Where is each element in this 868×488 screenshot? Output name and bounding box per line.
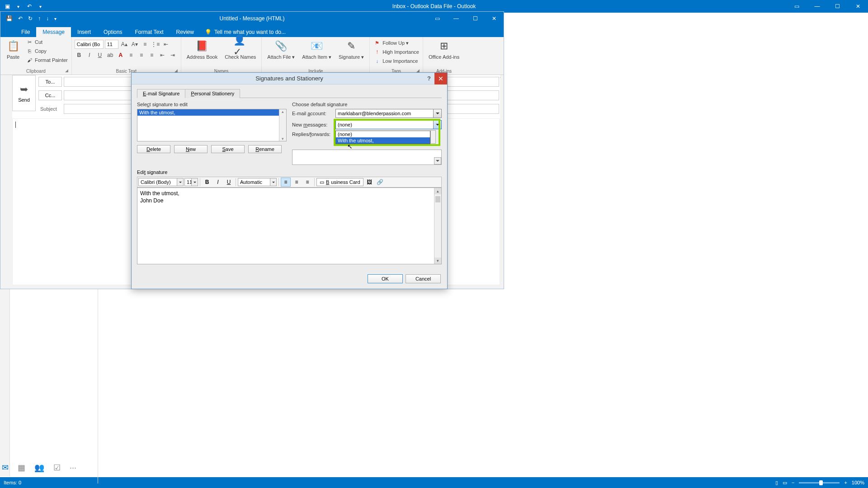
chevron-down-icon[interactable] bbox=[433, 121, 441, 129]
people-icon[interactable]: 👥 bbox=[34, 463, 44, 473]
more-icon[interactable]: ··· bbox=[70, 463, 76, 473]
msg-close-icon[interactable]: ✕ bbox=[485, 12, 504, 25]
chevron-down-icon[interactable] bbox=[191, 178, 198, 186]
font-color-icon[interactable]: A bbox=[116, 51, 125, 60]
insert-link-icon[interactable]: 🔗 bbox=[375, 178, 385, 187]
chevron-down-icon[interactable] bbox=[433, 109, 441, 117]
qat-customize-icon[interactable]: ▾ bbox=[17, 4, 19, 9]
ribbon-opts-icon[interactable]: ▭ bbox=[428, 12, 447, 25]
dropdown-option-signature[interactable]: With the utmost, bbox=[336, 137, 430, 144]
new-button[interactable]: New bbox=[174, 145, 208, 153]
bullets-icon[interactable]: ≡ bbox=[141, 40, 150, 49]
zoom-in-icon[interactable]: + bbox=[844, 480, 847, 485]
to-button[interactable]: To... bbox=[38, 77, 62, 87]
calendar-icon[interactable]: ▦ bbox=[18, 463, 25, 473]
align-right-icon[interactable]: ≡ bbox=[147, 51, 156, 60]
replies-combo-expanded[interactable] bbox=[292, 150, 442, 165]
signature-button[interactable]: ✎Signature ▾ bbox=[336, 38, 367, 61]
save-button[interactable]: Save bbox=[211, 145, 245, 153]
prev-icon[interactable]: ↑ bbox=[38, 15, 41, 22]
cc-button[interactable]: Cc... bbox=[38, 90, 62, 100]
redo-icon[interactable]: ↻ bbox=[28, 15, 33, 22]
dropdown-scrollbar[interactable] bbox=[430, 130, 436, 144]
italic-icon[interactable]: I bbox=[85, 51, 94, 60]
zoom-slider[interactable] bbox=[799, 482, 840, 483]
dialog-launcher-icon[interactable]: ◢ bbox=[65, 68, 71, 74]
tab-email-signature[interactable]: E-mail Signature bbox=[137, 89, 185, 98]
address-book-button[interactable]: 📕Address Book bbox=[184, 38, 220, 61]
edit-underline-icon[interactable]: U bbox=[224, 178, 234, 187]
outlook-minimize-icon[interactable]: — bbox=[807, 0, 827, 13]
edit-bold-icon[interactable]: B bbox=[202, 178, 212, 187]
numbering-icon[interactable]: ⋮≡ bbox=[151, 40, 160, 49]
align-center-icon[interactable]: ≡ bbox=[137, 51, 146, 60]
tab-insert[interactable]: Insert bbox=[71, 27, 97, 37]
save-icon[interactable]: 💾 bbox=[6, 15, 13, 22]
signature-list[interactable]: With the utmost, ▴▾ bbox=[137, 109, 287, 141]
editor-scrollbar[interactable]: ▴▾ bbox=[434, 188, 441, 264]
outlook-maximize-icon[interactable]: ☐ bbox=[827, 0, 848, 13]
highlight-icon[interactable]: ab bbox=[106, 51, 115, 60]
mail-icon[interactable]: ✉ bbox=[2, 463, 9, 473]
paste-button[interactable]: 📋Paste bbox=[3, 38, 23, 61]
zoom-out-icon[interactable]: − bbox=[792, 480, 794, 485]
underline-icon[interactable]: U bbox=[95, 51, 104, 60]
dialog-titlebar[interactable]: Signatures and Stationery ? ✕ bbox=[132, 73, 447, 84]
next-icon[interactable]: ↓ bbox=[46, 15, 49, 22]
edit-align-right-icon[interactable]: ≡ bbox=[302, 178, 312, 187]
indent-right-icon[interactable]: ⇥ bbox=[168, 51, 177, 60]
low-importance-button[interactable]: ↓Low Importance bbox=[373, 57, 420, 65]
format-painter-button[interactable]: 🖌Format Painter bbox=[25, 56, 69, 64]
cancel-button[interactable]: Cancel bbox=[406, 274, 441, 283]
attach-file-button[interactable]: 📎Attach File ▾ bbox=[264, 38, 297, 61]
chevron-down-icon[interactable] bbox=[270, 178, 276, 186]
outlook-close-icon[interactable]: ✕ bbox=[848, 0, 868, 13]
high-importance-button[interactable]: !High Importance bbox=[373, 48, 420, 56]
indent-left-icon[interactable]: ⇤ bbox=[158, 51, 167, 60]
grow-font-icon[interactable]: A▴ bbox=[120, 40, 129, 49]
send-button[interactable]: ➥ Send bbox=[12, 75, 36, 111]
cut-button[interactable]: ✂Cut bbox=[25, 38, 69, 46]
chevron-down-icon[interactable] bbox=[177, 178, 183, 186]
chevron-down-icon[interactable] bbox=[434, 157, 441, 164]
delete-button[interactable]: Delete bbox=[137, 145, 170, 153]
new-messages-combo[interactable]: (none) bbox=[335, 120, 442, 129]
view-normal-icon[interactable]: ▯ bbox=[775, 480, 778, 486]
tab-message[interactable]: Message bbox=[36, 27, 71, 37]
dropdown-option-none[interactable]: (none) bbox=[336, 131, 430, 137]
scrollbar[interactable]: ▴▾ bbox=[279, 109, 286, 141]
tab-file[interactable]: File bbox=[15, 27, 36, 37]
edit-font-combo[interactable]: Calibri (Body) bbox=[138, 178, 184, 186]
follow-up-button[interactable]: ⚑Follow Up ▾ bbox=[373, 39, 420, 47]
signature-editor[interactable]: With the utmost, John Doe ▴▾ bbox=[137, 188, 442, 264]
edit-align-center-icon[interactable]: ≡ bbox=[292, 178, 302, 187]
rename-button[interactable]: Rename bbox=[248, 145, 282, 153]
tab-personal-stationery[interactable]: Personal Stationery bbox=[185, 89, 240, 98]
edit-align-left-icon[interactable]: ≡ bbox=[281, 178, 291, 187]
signature-list-item[interactable]: With the utmost, bbox=[137, 109, 286, 116]
outdent-icon[interactable]: ⇤ bbox=[161, 40, 170, 49]
email-account-combo[interactable]: marklabarr@blenderpassion.com bbox=[335, 109, 442, 118]
tab-format-text[interactable]: Format Text bbox=[128, 27, 170, 37]
ok-button[interactable]: OK bbox=[368, 274, 403, 283]
tasks-icon[interactable]: ☑ bbox=[53, 463, 61, 473]
edit-italic-icon[interactable]: I bbox=[213, 178, 223, 187]
undo-icon[interactable]: ↶ bbox=[26, 3, 33, 10]
dialog-help-icon[interactable]: ? bbox=[424, 74, 434, 84]
msg-minimize-icon[interactable]: — bbox=[447, 12, 466, 25]
attach-item-button[interactable]: 📧Attach Item ▾ bbox=[299, 38, 334, 61]
font-size-combo[interactable]: 11 bbox=[105, 40, 118, 49]
edit-size-combo[interactable]: 11 bbox=[184, 178, 198, 186]
new-messages-dropdown[interactable]: (none) With the utmost, bbox=[335, 131, 430, 144]
copy-button[interactable]: ⎘Copy bbox=[25, 47, 69, 55]
undo-icon[interactable]: ↶ bbox=[18, 15, 23, 22]
tab-options[interactable]: Options bbox=[97, 27, 128, 37]
font-combo[interactable]: Calibri (Bo bbox=[75, 40, 104, 49]
shrink-font-icon[interactable]: A▾ bbox=[130, 40, 139, 49]
bold-icon[interactable]: B bbox=[75, 51, 84, 60]
outlook-ribbon-opts-icon[interactable]: ▭ bbox=[787, 0, 807, 13]
insert-picture-icon[interactable]: 🖼 bbox=[364, 178, 374, 187]
msg-maximize-icon[interactable]: ☐ bbox=[466, 12, 485, 25]
check-names-button[interactable]: 👤✓Check Names bbox=[222, 38, 259, 61]
business-card-button[interactable]: ▭Business Card bbox=[316, 178, 363, 186]
